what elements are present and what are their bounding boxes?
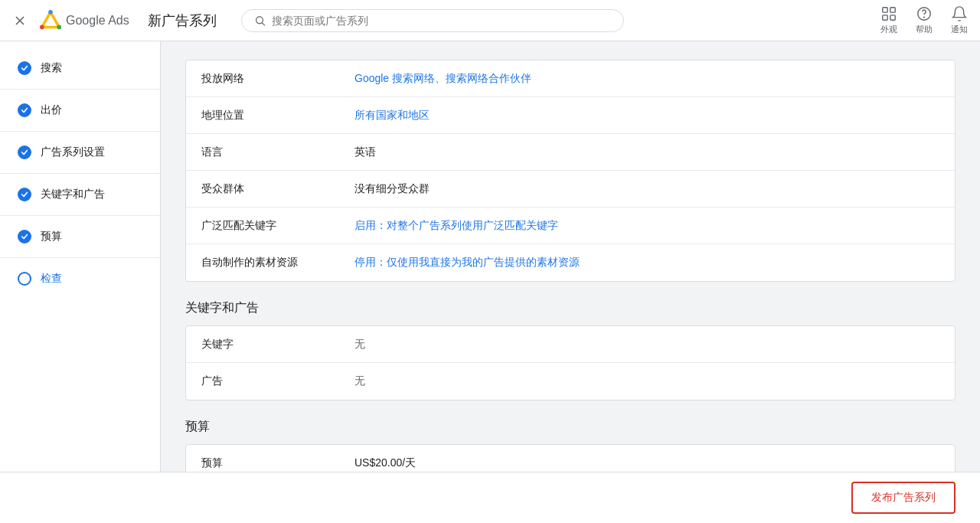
sidebar-divider-1 [0,89,160,90]
table-row: 受众群体 没有细分受众群 [186,171,955,208]
row-label-auto-assets: 自动制作的素材资源 [186,247,339,279]
step-icon-search [18,61,31,75]
sidebar-label-search: 搜索 [41,61,62,75]
table-row: 广泛匹配关键字 启用：对整个广告系列使用广泛匹配关键字 [186,208,955,244]
sidebar-divider-3 [0,173,160,174]
appearance-label: 外观 [880,24,897,35]
table-row: 关键字 无 [186,326,955,363]
step-icon-review [18,272,31,286]
svg-point-4 [48,10,53,15]
sidebar-divider-5 [0,257,160,258]
sidebar-item-budget[interactable]: 预算 [0,222,160,251]
row-value-budget: US$20.00/天 [339,447,955,472]
notifications-button[interactable]: 通知 [951,5,968,35]
page-title: 新广告系列 [148,11,217,30]
search-container [241,9,624,32]
sidebar: 搜索 出价 广告系列设置 [0,41,161,472]
step-icon-budget [18,230,31,244]
step-icon-keywords-ads [18,188,31,201]
row-value-broad-match[interactable]: 启用：对整个广告系列使用广泛匹配关键字 [339,210,955,242]
header-actions: 外观 帮助 通知 [880,5,968,35]
keywords-ads-section: 关键字和广告 关键字 无 广告 无 [185,300,956,400]
svg-point-6 [40,25,44,29]
row-value-location[interactable]: 所有国家和地区 [339,100,955,132]
table-row: 自动制作的素材资源 停用：仅使用我直接为我的广告提供的素材资源 [186,244,955,281]
row-value-network[interactable]: Google 搜索网络、搜索网络合作伙伴 [339,63,955,95]
close-button[interactable] [12,13,28,28]
sidebar-item-search[interactable]: 搜索 [0,54,160,83]
table-row: 投放网络 Google 搜索网络、搜索网络合作伙伴 [186,60,955,97]
row-label-language: 语言 [186,136,339,168]
table-row: 地理位置 所有国家和地区 [186,97,955,134]
help-label: 帮助 [916,24,933,35]
svg-rect-10 [890,8,895,12]
svg-rect-12 [890,15,895,20]
appearance-button[interactable]: 外观 [880,5,897,35]
svg-marker-3 [42,11,59,27]
campaign-settings-section: 投放网络 Google 搜索网络、搜索网络合作伙伴 地理位置 所有国家和地区 语… [185,60,956,282]
row-value-keywords: 无 [339,329,955,361]
row-label-network: 投放网络 [186,63,339,95]
sidebar-label-review: 检查 [41,272,62,286]
app-name: Google Ads [66,14,129,28]
row-value-ads: 无 [339,365,955,397]
row-label-location: 地理位置 [186,100,339,132]
sidebar-item-keywords-ads[interactable]: 关键字和广告 [0,180,160,209]
help-button[interactable]: 帮助 [916,5,933,35]
budget-title: 预算 [185,419,956,435]
sidebar-label-campaign-settings: 广告系列设置 [41,145,105,159]
svg-rect-11 [883,15,887,20]
publish-button[interactable]: 发布广告系列 [851,482,956,514]
sidebar-label-keywords-ads: 关键字和广告 [41,188,105,201]
row-value-language: 英语 [339,136,955,168]
svg-point-5 [57,25,61,29]
row-value-audience: 没有细分受众群 [339,173,955,205]
sidebar-item-campaign-settings[interactable]: 广告系列设置 [0,138,160,167]
main-layout: 搜索 出价 广告系列设置 [0,41,980,472]
step-icon-campaign-settings [18,145,31,159]
table-row: 语言 英语 [186,134,955,171]
app-logo: Google Ads [40,10,129,31]
sidebar-label-bidding: 出价 [41,103,62,117]
campaign-settings-table: 投放网络 Google 搜索网络、搜索网络合作伙伴 地理位置 所有国家和地区 语… [185,60,956,282]
svg-line-8 [262,22,264,25]
keywords-ads-title: 关键字和广告 [185,300,956,316]
footer: 发布广告系列 [0,472,980,523]
budget-table: 预算 US$20.00/天 [185,444,956,472]
svg-point-7 [256,16,263,23]
row-value-auto-assets[interactable]: 停用：仅使用我直接为我的广告提供的素材资源 [339,247,955,279]
row-label-ads: 广告 [186,365,339,397]
table-row: 预算 US$20.00/天 [186,445,955,472]
row-label-keywords: 关键字 [186,329,339,361]
keywords-ads-table: 关键字 无 广告 无 [185,325,956,400]
sidebar-divider-2 [0,131,160,132]
row-label-budget: 预算 [186,447,339,472]
notifications-label: 通知 [951,24,968,35]
table-row: 广告 无 [186,363,955,400]
search-input[interactable] [272,15,611,27]
svg-rect-9 [883,8,887,12]
row-label-audience: 受众群体 [186,173,339,205]
sidebar-label-budget: 预算 [41,230,62,244]
header: Google Ads 新广告系列 外观 [0,0,980,41]
sidebar-item-bidding[interactable]: 出价 [0,96,160,125]
budget-section: 预算 预算 US$20.00/天 [185,419,956,472]
sidebar-item-review[interactable]: 检查 [0,264,160,293]
step-icon-bidding [18,103,31,117]
search-icon [254,15,266,27]
main-content: 投放网络 Google 搜索网络、搜索网络合作伙伴 地理位置 所有国家和地区 语… [161,41,980,472]
svg-point-14 [924,17,925,18]
sidebar-divider-4 [0,215,160,216]
row-label-broad-match: 广泛匹配关键字 [186,210,339,242]
